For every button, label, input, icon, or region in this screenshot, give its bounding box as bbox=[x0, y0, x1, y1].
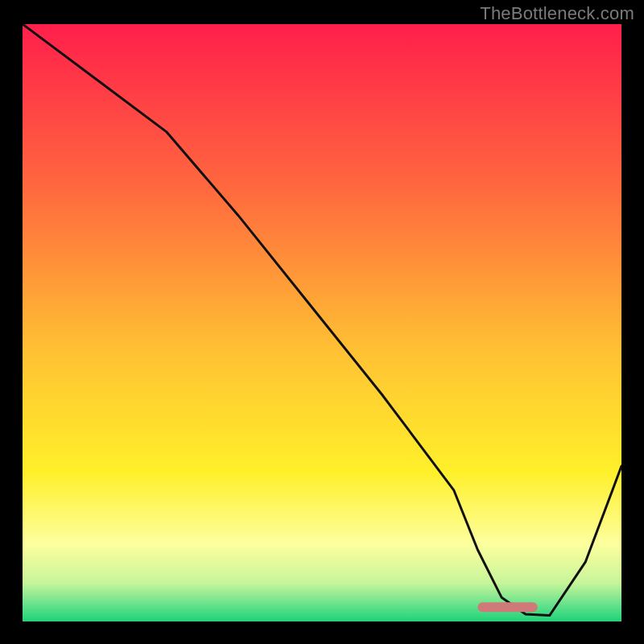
watermark-text: TheBottleneck.com bbox=[480, 3, 634, 24]
optimum-marker bbox=[477, 602, 537, 612]
chart-stage: TheBottleneck.com bbox=[0, 0, 644, 644]
gradient-background bbox=[23, 24, 621, 621]
chart-plot-area bbox=[23, 24, 621, 621]
chart-svg bbox=[23, 24, 621, 621]
